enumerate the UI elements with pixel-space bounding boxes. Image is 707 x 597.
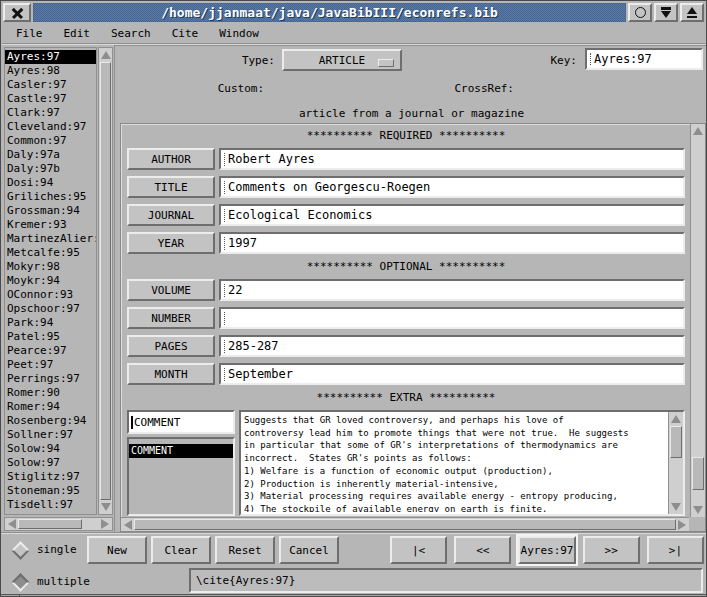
nav-prev-button[interactable]: << (454, 536, 511, 564)
extra-key-input[interactable]: COMMENT (127, 410, 235, 434)
reference-list-item[interactable]: Stoneman:95 (5, 484, 96, 498)
reference-list-item[interactable]: Mokyr:98 (5, 260, 96, 274)
scroll-right-icon[interactable] (99, 518, 111, 530)
reference-list-item[interactable]: Peet:97 (5, 358, 96, 372)
reference-list-item[interactable]: Ayres:98 (5, 64, 96, 78)
reset-button[interactable]: Reset (215, 536, 275, 564)
reference-list-item[interactable]: Opschoor:97 (5, 302, 96, 316)
scroll-thumb[interactable] (100, 62, 111, 500)
menu-item-file[interactable]: File (16, 27, 43, 40)
field-input-year[interactable]: 1997 (219, 232, 685, 254)
comment-textarea[interactable]: Suggests that GR loved controversy, and … (244, 414, 666, 512)
comment-scrollbar[interactable] (668, 412, 683, 514)
reference-list-item[interactable]: Kremer:93 (5, 218, 96, 232)
menu-item-cite[interactable]: Cite (172, 27, 199, 40)
field-input-month[interactable]: September (219, 363, 685, 385)
maximize-button[interactable] (680, 3, 704, 22)
reference-list-item[interactable]: Solow:97 (5, 456, 96, 470)
extra-key-list[interactable]: COMMENT (127, 437, 235, 516)
reference-list-item[interactable]: Perrings:97 (5, 372, 96, 386)
reference-list-item[interactable]: Castle:97 (5, 92, 96, 106)
menu-item-window[interactable]: Window (219, 27, 259, 40)
single-radio[interactable] (11, 541, 29, 559)
single-radio-label[interactable]: single (37, 543, 77, 556)
cite-command-input[interactable]: \cite{Ayres:97} (189, 568, 703, 593)
reference-list-item[interactable]: Metcalfe:95 (5, 246, 96, 260)
reference-list-item[interactable]: Griliches:95 (5, 190, 96, 204)
reference-list-item[interactable]: Daly:97b (5, 162, 96, 176)
scroll-left-icon[interactable] (6, 518, 18, 530)
reference-list-item[interactable]: Sollner:97 (5, 428, 96, 442)
field-label-number[interactable]: NUMBER (127, 307, 215, 329)
minimize-button[interactable] (654, 3, 678, 22)
cancel-button[interactable]: Cancel (279, 536, 339, 564)
reference-list[interactable]: Ayres:97Ayres:98Casler:97Castle:97Clark:… (4, 47, 97, 515)
nav-last-button[interactable]: >| (647, 536, 704, 564)
window-menu-button[interactable] (628, 3, 652, 22)
scroll-down-icon[interactable] (99, 501, 112, 513)
reference-list-item[interactable]: Common:97 (5, 134, 96, 148)
scroll-up-icon[interactable] (99, 49, 112, 61)
reference-list-horizontal-scrollbar[interactable] (4, 517, 113, 531)
scroll-up-icon[interactable] (669, 413, 683, 425)
field-label-month[interactable]: MONTH (127, 363, 215, 385)
clear-button[interactable]: Clear (151, 536, 211, 564)
reference-list-item[interactable]: Patel:95 (5, 330, 96, 344)
reference-list-item[interactable]: OConnor:93 (5, 288, 96, 302)
form-horizontal-scrollbar[interactable] (121, 517, 689, 531)
reference-list-item[interactable]: Moykr:94 (5, 274, 96, 288)
scroll-left-icon[interactable] (122, 518, 134, 531)
reference-list-item[interactable]: Pearce:97 (5, 344, 96, 358)
menu-item-search[interactable]: Search (111, 27, 151, 40)
reference-list-vertical-scrollbar[interactable] (98, 47, 113, 515)
reference-list-item[interactable]: Romer:90 (5, 386, 96, 400)
field-label-year[interactable]: YEAR (127, 232, 215, 254)
scroll-thumb[interactable] (134, 519, 676, 530)
form-vertical-scrollbar[interactable] (690, 124, 705, 517)
reference-list-item[interactable]: Casler:97 (5, 78, 96, 92)
scroll-up-icon[interactable] (691, 125, 705, 137)
field-label-title[interactable]: TITLE (127, 176, 215, 198)
nav-first-button[interactable]: |< (390, 536, 447, 564)
menu-item-edit[interactable]: Edit (64, 27, 91, 40)
reference-list-item[interactable]: Stiglitz:97 (5, 470, 96, 484)
reference-list-item[interactable]: Ayres:97 (5, 50, 96, 64)
field-label-journal[interactable]: JOURNAL (127, 204, 215, 226)
field-input-journal[interactable]: Ecological Economics (219, 204, 685, 226)
reference-list-item[interactable]: Daly:97a (5, 148, 96, 162)
multiple-radio-label[interactable]: multiple (37, 575, 90, 588)
nav-next-button[interactable]: >> (583, 536, 640, 564)
window-title-area[interactable]: /home/jjanmaat/java/JavaBibIII/econrefs.… (33, 3, 626, 22)
reference-list-item[interactable]: Clark:97 (5, 106, 96, 120)
reference-list-item[interactable]: Tisdell:97 (5, 498, 96, 512)
multiple-radio[interactable] (11, 573, 29, 591)
type-dropdown[interactable]: ARTICLE (282, 49, 402, 71)
scroll-thumb[interactable] (18, 519, 82, 529)
scroll-thumb[interactable] (670, 426, 682, 458)
reference-list-item[interactable]: MartinezAlier:97 (5, 232, 96, 246)
window-titlebar[interactable]: /home/jjanmaat/java/JavaBibIII/econrefs.… (2, 2, 705, 24)
field-label-author[interactable]: AUTHOR (127, 148, 215, 170)
field-label-pages[interactable]: PAGES (127, 335, 215, 357)
field-input-pages[interactable]: 285-287 (219, 335, 685, 357)
new-button[interactable]: New (87, 536, 147, 564)
reference-list-item[interactable]: Dosi:94 (5, 176, 96, 190)
field-input-author[interactable]: Robert Ayres (219, 148, 685, 170)
field-input-volume[interactable]: 22 (219, 279, 685, 301)
reference-list-item[interactable]: Cleveland:97 (5, 120, 96, 134)
field-input-number[interactable] (219, 307, 685, 329)
field-input-title[interactable]: Comments on Georgescu-Roegen (219, 176, 685, 198)
scroll-right-icon[interactable] (676, 518, 688, 531)
close-button[interactable] (3, 3, 31, 22)
reference-list-item[interactable]: Park:94 (5, 316, 96, 330)
field-label-volume[interactable]: VOLUME (127, 279, 215, 301)
scroll-down-icon[interactable] (691, 504, 705, 516)
reference-list-item[interactable]: Romer:94 (5, 400, 96, 414)
reference-list-item[interactable]: Solow:94 (5, 442, 96, 456)
reference-list-item[interactable]: Grossman:94 (5, 204, 96, 218)
extra-key-item[interactable]: COMMENT (129, 444, 233, 458)
nav-current-record[interactable]: Ayres:97 (518, 536, 575, 564)
reference-list-item[interactable]: Rosenberg:94 (5, 414, 96, 428)
key-input[interactable]: Ayres:97 (585, 48, 703, 70)
scroll-thumb[interactable] (692, 457, 704, 490)
